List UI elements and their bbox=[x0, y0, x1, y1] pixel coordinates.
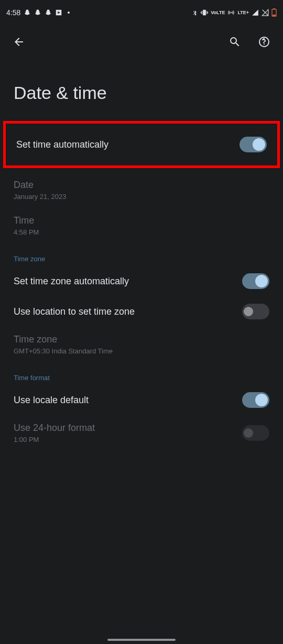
search-button[interactable] bbox=[224, 31, 245, 52]
lte-icon: LTE+ bbox=[237, 10, 249, 15]
notification-dot-icon bbox=[68, 12, 70, 14]
play-icon bbox=[55, 9, 62, 16]
time-zone-header: Time zone bbox=[0, 243, 283, 266]
use-location-toggle[interactable] bbox=[242, 304, 269, 319]
use-24h-label: Use 24-hour format bbox=[14, 423, 95, 434]
gesture-navbar[interactable] bbox=[107, 639, 176, 641]
use-locale-default-row[interactable]: Use locale default bbox=[0, 385, 283, 415]
hotspot-icon bbox=[227, 9, 235, 16]
status-left: 4:58 bbox=[6, 8, 70, 17]
time-value: 4:58 PM bbox=[14, 228, 39, 236]
svg-rect-3 bbox=[273, 15, 276, 16]
page-title: Date & time bbox=[0, 59, 283, 121]
battery-low-icon bbox=[271, 8, 277, 17]
snapchat-icon bbox=[34, 9, 41, 16]
no-sim-icon bbox=[262, 9, 269, 16]
time-zone-label: Time zone bbox=[14, 334, 113, 345]
set-tz-auto-row[interactable]: Set time zone automatically bbox=[0, 266, 283, 296]
use-locale-default-toggle[interactable] bbox=[242, 392, 269, 408]
app-bar bbox=[0, 25, 283, 59]
time-format-header: Time format bbox=[0, 362, 283, 385]
use-locale-default-label: Use locale default bbox=[14, 395, 89, 406]
set-time-auto-toggle[interactable] bbox=[240, 137, 267, 152]
use-24h-row: Use 24-hour format 1:00 PM bbox=[0, 415, 283, 451]
set-tz-auto-toggle[interactable] bbox=[242, 273, 269, 289]
time-row: Time 4:58 PM bbox=[0, 208, 283, 243]
use-24h-value: 1:00 PM bbox=[14, 436, 95, 443]
use-location-label: Use location to set time zone bbox=[14, 306, 135, 317]
signal-icon bbox=[252, 9, 259, 16]
volte-icon: VoLTE bbox=[211, 10, 225, 15]
date-row: Date January 21, 2023 bbox=[0, 172, 283, 208]
vibrate-icon bbox=[201, 9, 208, 16]
use-location-row[interactable]: Use location to set time zone bbox=[0, 296, 283, 327]
time-zone-value: GMT+05:30 India Standard Time bbox=[14, 347, 113, 355]
highlighted-setting: Set time automatically bbox=[3, 121, 280, 168]
status-bar: 4:58 VoLTE LTE+ bbox=[0, 0, 283, 25]
set-time-auto-row[interactable]: Set time automatically bbox=[15, 130, 268, 159]
help-button[interactable] bbox=[254, 31, 275, 52]
time-label: Time bbox=[14, 215, 39, 226]
time-zone-row: Time zone GMT+05:30 India Standard Time bbox=[0, 327, 283, 362]
date-label: Date bbox=[14, 180, 66, 191]
date-value: January 21, 2023 bbox=[14, 193, 66, 201]
use-24h-toggle bbox=[242, 425, 269, 441]
set-tz-auto-label: Set time zone automatically bbox=[14, 276, 129, 287]
status-right: VoLTE LTE+ bbox=[192, 8, 277, 17]
svg-rect-2 bbox=[273, 8, 275, 9]
back-button[interactable] bbox=[8, 31, 29, 52]
snapchat-icon bbox=[45, 9, 52, 16]
status-clock: 4:58 bbox=[6, 8, 20, 17]
set-time-auto-label: Set time automatically bbox=[16, 139, 108, 150]
snapchat-icon bbox=[24, 9, 31, 16]
bluetooth-icon bbox=[192, 9, 198, 16]
